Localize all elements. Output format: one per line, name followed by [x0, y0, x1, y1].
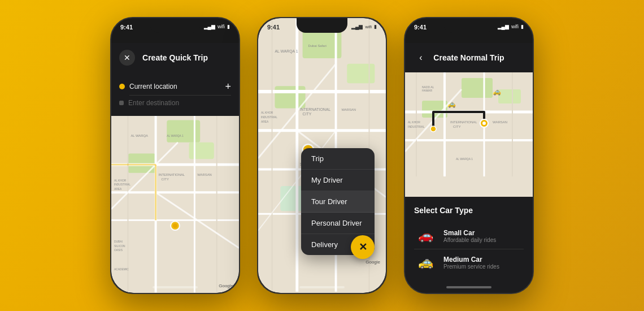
map-background-3: 🚕 🚕 NADD AL HAMAR AL KHOR INDUSTRIAL INT… [405, 72, 533, 197]
back-button-3[interactable]: ‹ [413, 50, 429, 66]
svg-text:AL KHOR: AL KHOR [114, 179, 127, 182]
menu-item-personal-driver[interactable]: Personal Driver [301, 213, 375, 234]
svg-text:SILICON: SILICON [114, 245, 125, 248]
status-icons-1: ▂▄▆ wifi ▮ [204, 24, 230, 29]
phone-3: 9:41 ▂▄▆ wifi ▮ ‹ Create Normal Trip [404, 17, 534, 294]
svg-text:CITY: CITY [453, 125, 461, 128]
wifi-icon-2: wifi [365, 24, 372, 29]
svg-text:CITY: CITY [303, 112, 312, 116]
map-background-1: AL WARQA AL WARQA 1 AL KHOR INDUSTRIAL A… [111, 109, 239, 293]
signal-icon-2: ▂▄▆ [351, 24, 363, 29]
home-indicator-2 [299, 286, 345, 288]
svg-rect-3 [189, 142, 214, 159]
car-row-medium[interactable]: 🚕 Medium Car Premium service rides [414, 249, 524, 275]
map-svg-1: AL WARQA AL WARQA 1 AL KHOR INDUSTRIAL A… [111, 109, 239, 293]
small-car-desc: Affordable daily rides [443, 237, 496, 243]
svg-text:AL KHOR: AL KHOR [261, 111, 273, 114]
svg-text:INDUSTRIAL: INDUSTRIAL [408, 125, 425, 128]
svg-text:🚕: 🚕 [447, 100, 456, 108]
phone-1: 9:41 ▂▄▆ wifi ▮ ✕ Create Quick Trip Curr… [110, 17, 240, 294]
svg-rect-62 [462, 78, 493, 98]
fab-close-button[interactable]: ✕ [351, 235, 375, 259]
battery-icon-3: ▮ [521, 24, 524, 29]
home-indicator-3 [446, 286, 491, 288]
svg-point-72 [430, 126, 436, 132]
wifi-icon-3: wifi [511, 24, 519, 29]
medium-car-desc: Premium service rides [443, 264, 499, 270]
close-button-1[interactable]: ✕ [119, 50, 135, 66]
app-header-3: ‹ Create Normal Trip [405, 43, 533, 72]
status-icons-2: ▂▄▆ wifi ▮ [351, 24, 377, 29]
svg-text:INTERNATIONAL: INTERNATIONAL [450, 120, 477, 124]
phone-3-screen: 9:41 ▂▄▆ wifi ▮ ‹ Create Normal Trip [405, 18, 533, 293]
battery-icon: ▮ [227, 24, 230, 29]
location-inputs-1: Current location + Enter destination [111, 72, 239, 116]
svg-point-74 [482, 122, 486, 125]
svg-text:INDUSTRIAL: INDUSTRIAL [261, 116, 277, 119]
svg-rect-32 [347, 64, 375, 83]
add-stop-button[interactable]: + [225, 81, 231, 92]
phone-2-screen: 9:41 ▂▄▆ wifi ▮ [258, 18, 386, 293]
svg-text:HAMAR: HAMAR [422, 89, 432, 92]
svg-text:AREA: AREA [114, 188, 122, 191]
svg-text:WARSAN: WARSAN [341, 108, 356, 111]
google-logo-2: Google [365, 260, 380, 265]
car-panel-title: Select Car Type [414, 206, 524, 215]
status-time-2: 9:41 [267, 24, 280, 31]
menu-item-my-driver[interactable]: My Driver [301, 170, 375, 191]
medium-car-info: Medium Car Premium service rides [443, 256, 499, 270]
current-location-row[interactable]: Current location + [119, 78, 231, 95]
signal-icon: ▂▄▆ [204, 24, 215, 29]
wifi-icon: wifi [217, 24, 225, 29]
notch-2 [297, 18, 347, 33]
app-header-1: ✕ Create Quick Trip [111, 43, 239, 72]
destination-placeholder: Enter destination [128, 99, 231, 107]
status-icons-3: ▂▄▆ wifi ▮ [498, 24, 524, 29]
car-row-small[interactable]: 🚗 Small Car Affordable daily rides [414, 223, 524, 249]
svg-text:ACADEMIC: ACADEMIC [114, 268, 129, 271]
current-location-label: Current location [129, 83, 220, 90]
destination-row[interactable]: Enter destination [119, 96, 231, 110]
svg-text:AL WARQA: AL WARQA [130, 134, 148, 137]
svg-rect-31 [275, 86, 305, 108]
svg-text:INTERNATIONAL: INTERNATIONAL [300, 107, 331, 111]
google-logo-1: Google [219, 283, 233, 288]
car-select-panel: Select Car Type 🚗 Small Car Affordable d… [405, 197, 533, 293]
small-car-info: Small Car Affordable daily rides [443, 229, 496, 243]
header-title-1: Create Quick Trip [142, 53, 208, 62]
home-indicator-1 [153, 286, 198, 288]
medium-car-name: Medium Car [443, 256, 499, 264]
small-car-icon: 🚗 [414, 228, 437, 243]
svg-text:AREA: AREA [261, 120, 269, 123]
small-car-name: Small Car [443, 229, 496, 237]
menu-item-trip[interactable]: Trip [301, 148, 375, 170]
svg-text:Dubai Safari: Dubai Safari [308, 44, 326, 47]
battery-icon-2: ▮ [374, 24, 377, 29]
svg-text:INDUSTRIAL: INDUSTRIAL [114, 183, 130, 186]
status-time-3: 9:41 [414, 24, 427, 31]
current-location-dot [119, 84, 125, 89]
svg-rect-64 [498, 89, 521, 103]
signal-icon-3: ▂▄▆ [498, 24, 509, 29]
svg-text:WARSAN: WARSAN [197, 173, 212, 176]
svg-text:INTERNATIONAL: INTERNATIONAL [159, 173, 185, 176]
svg-text:AL WARQA 1: AL WARQA 1 [275, 49, 298, 54]
medium-car-icon: 🚕 [414, 255, 437, 270]
notch-1 [150, 18, 201, 33]
destination-dot [119, 101, 124, 105]
notch-3 [443, 18, 494, 33]
svg-text:🚕: 🚕 [493, 87, 501, 96]
svg-text:AL WARQA 1: AL WARQA 1 [456, 157, 473, 161]
svg-text:WARSAN: WARSAN [493, 120, 507, 124]
svg-text:DUBAI: DUBAI [114, 240, 123, 243]
svg-text:OASIS: OASIS [114, 249, 123, 252]
phone-1-screen: 9:41 ▂▄▆ wifi ▮ ✕ Create Quick Trip Curr… [111, 18, 239, 293]
status-time-1: 9:41 [120, 24, 133, 31]
menu-item-tour-driver[interactable]: Tour Driver [301, 191, 375, 213]
phone-2: 9:41 ▂▄▆ wifi ▮ [257, 17, 387, 294]
header-title-3: Create Normal Trip [433, 53, 504, 62]
map-svg-3: 🚕 🚕 NADD AL HAMAR AL KHOR INDUSTRIAL INT… [405, 72, 533, 176]
svg-text:AL KHOR: AL KHOR [408, 120, 420, 124]
svg-text:AL WARQA 1: AL WARQA 1 [167, 135, 184, 137]
svg-text:CITY: CITY [161, 178, 168, 181]
